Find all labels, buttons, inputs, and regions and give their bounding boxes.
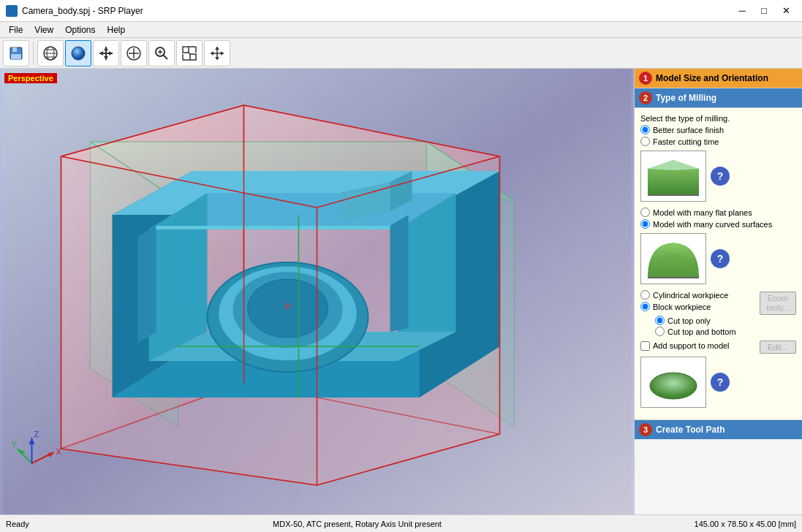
radio-faster-cutting: Faster cutting time: [640, 137, 796, 146]
section3-num: 3: [639, 423, 652, 436]
section2-title: Type of Milling: [656, 93, 716, 103]
edit-button[interactable]: Edit...: [760, 341, 796, 354]
svg-line-19: [164, 55, 168, 59]
preview-row-2: ?: [640, 233, 796, 284]
svg-rect-87: [648, 194, 699, 196]
workpiece-section: Cylindrical workpiece Block workpiece Cu…: [640, 290, 796, 336]
section2-header[interactable]: 2 Type of Milling: [635, 88, 802, 108]
cut-options: Cut top only Cut top and bottom: [655, 316, 752, 336]
eccentricity-button[interactable]: Eccentricity...: [760, 292, 796, 315]
model-type-options: Model with many flat planes Model with m…: [640, 208, 796, 229]
menu-view[interactable]: View: [29, 23, 59, 37]
radio-cut-top-only: Cut top only: [655, 316, 752, 325]
svg-point-8: [72, 47, 85, 60]
radio-cylindrical-label: Cylindrical workpiece: [653, 291, 728, 300]
expand-button[interactable]: [204, 40, 230, 66]
section3-header[interactable]: 3 Create Tool Path: [635, 420, 802, 439]
svg-marker-57: [156, 226, 398, 229]
globe-button[interactable]: [37, 40, 64, 66]
section1-num: 1: [639, 72, 652, 85]
move-button[interactable]: [93, 40, 119, 66]
radio-cylindrical-input[interactable]: [640, 290, 650, 300]
svg-rect-2: [11, 54, 21, 59]
preview-row-3: ?: [640, 357, 796, 408]
main-area: Perspective: [0, 69, 802, 514]
svg-marker-56: [138, 226, 156, 343]
radio-block: Block workpiece: [640, 302, 752, 311]
titlebar: Camera_body.spj - SRP Player ─ □ ✕: [0, 0, 802, 22]
perspective-label: Perspective: [4, 73, 57, 83]
radio-flat-planes-label: Model with many flat planes: [653, 208, 752, 217]
radio-faster-cutting-label: Faster cutting time: [653, 137, 719, 146]
svg-marker-11: [104, 47, 108, 50]
svg-rect-89: [648, 277, 699, 278]
radio-cut-top-bottom: Cut top and bottom: [655, 327, 752, 336]
svg-point-91: [650, 373, 697, 399]
svg-text:Z: Z: [34, 430, 39, 438]
section3-title: Create Tool Path: [656, 425, 725, 435]
preview-img-2: [640, 233, 706, 284]
help-btn-1[interactable]: ?: [711, 167, 730, 186]
svg-marker-58: [390, 215, 409, 332]
support-checkbox-row: Add support to model: [640, 341, 730, 351]
help-btn-3[interactable]: ?: [711, 373, 730, 392]
milling-prompt: Select the type of milling.: [640, 114, 796, 123]
svg-marker-32: [215, 57, 219, 60]
radio-better-surface-input[interactable]: [640, 125, 650, 134]
menu-help[interactable]: Help: [102, 23, 132, 37]
menu-file[interactable]: File: [3, 23, 29, 37]
section2-content: Select the type of milling. Better surfa…: [635, 108, 802, 420]
radio-cut-top-bottom-label: Cut top and bottom: [667, 327, 736, 336]
radio-block-input[interactable]: [640, 302, 650, 311]
workpiece-options: Cylindrical workpiece Block workpiece: [640, 290, 752, 311]
svg-text:Y: Y: [12, 440, 18, 449]
fit-button[interactable]: [176, 40, 203, 66]
status-machine: MDX-50, ATC present, Rotary Axis Unit pr…: [64, 520, 650, 528]
statusbar: Ready MDX-50, ATC present, Rotary Axis U…: [0, 514, 802, 532]
radio-flat-planes: Model with many flat planes: [640, 208, 796, 217]
svg-marker-33: [211, 51, 213, 56]
radio-cut-top-bottom-input[interactable]: [655, 327, 665, 336]
radio-flat-planes-input[interactable]: [640, 208, 650, 217]
section2-num: 2: [639, 91, 652, 104]
status-ready: Ready: [6, 520, 64, 528]
svg-marker-12: [104, 56, 108, 60]
maximize-button[interactable]: □: [754, 3, 774, 19]
support-label: Add support to model: [653, 341, 730, 350]
preview-row-1: ?: [640, 151, 796, 202]
window-title: Camera_body.spj - SRP Player: [22, 6, 143, 16]
section1-header[interactable]: 1 Model Size and Orientation: [635, 69, 802, 88]
radio-better-surface: Better surface finish: [640, 125, 796, 134]
menubar: File View Options Help: [0, 22, 802, 38]
minimize-button[interactable]: ─: [732, 3, 752, 19]
radio-block-label: Block workpiece: [653, 303, 711, 311]
svg-line-24: [189, 53, 190, 54]
preview-img-3: [640, 357, 706, 408]
separator1: [33, 42, 34, 64]
svg-marker-13: [99, 51, 103, 56]
pan-button[interactable]: [121, 40, 147, 66]
save-button[interactable]: [3, 40, 29, 66]
radio-faster-cutting-input[interactable]: [640, 137, 650, 146]
radio-curved-surfaces-input[interactable]: [640, 219, 650, 229]
support-row: Add support to model Edit...: [640, 341, 796, 354]
svg-rect-22: [183, 47, 189, 53]
radio-better-surface-label: Better surface finish: [653, 126, 724, 134]
3d-model-view: X Y Z: [0, 69, 634, 514]
support-checkbox[interactable]: [640, 341, 650, 351]
close-button[interactable]: ✕: [776, 3, 796, 19]
radio-cut-top-only-input[interactable]: [655, 316, 665, 325]
svg-marker-14: [109, 51, 113, 56]
svg-rect-23: [190, 54, 196, 60]
preview-img-1: [640, 151, 706, 202]
svg-marker-34: [221, 51, 224, 56]
menu-options[interactable]: Options: [59, 23, 101, 37]
viewport[interactable]: Perspective: [0, 69, 634, 514]
svg-text:X: X: [56, 447, 62, 456]
sphere-button[interactable]: [65, 40, 91, 66]
svg-rect-1: [12, 48, 17, 52]
help-btn-2[interactable]: ?: [711, 249, 730, 268]
zoom-button[interactable]: [148, 40, 175, 66]
radio-cut-top-only-label: Cut top only: [667, 316, 711, 325]
svg-marker-31: [215, 47, 219, 50]
